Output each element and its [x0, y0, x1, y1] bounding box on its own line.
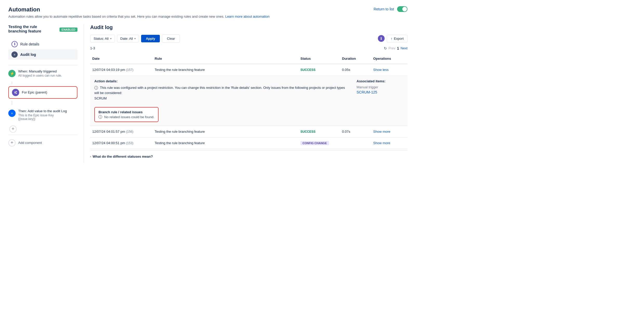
step-when: ⚡ When: Manually triggered All logged in… [8, 67, 77, 79]
audit-log-label: Audit log [20, 52, 36, 57]
filters-row: Status: All ▾ Date: All ▾ Apply Clear ℹ [90, 35, 408, 43]
action-details-title: Action details: [94, 79, 346, 83]
row1-detail: Action details: i This rule was configur… [90, 75, 408, 126]
enabled-badge: ENABLED [60, 28, 77, 32]
branch-box: Branch rule / related issues i No relate… [94, 107, 159, 122]
export-button[interactable]: ↑ Export [387, 35, 408, 42]
page-title: Automation [8, 6, 40, 13]
row2-duration: 0.07s [340, 129, 371, 135]
statuses-section: › What do the different statuses mean? [90, 150, 408, 163]
status-caret-icon: ▾ [110, 37, 111, 40]
statuses-label: What do the different statuses mean? [93, 155, 153, 158]
statuses-toggle[interactable]: › What do the different statuses mean? [90, 155, 408, 158]
table-row-1: 12/07/24 04:03:19 pm (157) Testing the r… [90, 64, 408, 126]
row1-date: 12/07/24 04:03:19 pm (157) [90, 67, 153, 73]
step-for-epic[interactable]: ⑆ For Epic (parent) [8, 86, 77, 99]
row3-date: 12/07/24 04:00:51 pm (153) [90, 140, 153, 146]
date-filter[interactable]: Date: All ▾ [117, 35, 139, 42]
row3-rule: Testing the rule branching feature [153, 140, 298, 146]
audit-log-table: Date Rule Status Duration Operations 12/… [90, 54, 408, 163]
clear-button[interactable]: Clear [162, 35, 180, 43]
refresh-icon[interactable]: ↻ [384, 46, 387, 50]
status-filter-label: Status: All [94, 37, 109, 41]
learn-more-link[interactable]: Learn more about automation [225, 15, 270, 18]
date-filter-label: Date: All [120, 37, 133, 41]
date-caret-icon: ▾ [134, 37, 136, 40]
row1-show-link[interactable]: Show less [373, 68, 389, 72]
page-container: Automation Return to list Automation rul… [0, 0, 416, 169]
info-inline-icon: i [94, 86, 98, 90]
prev-button[interactable]: Prev [389, 46, 396, 50]
th-duration: Duration [340, 56, 371, 62]
rule-details-label: Rule details [20, 42, 39, 46]
pagination-controls: ↻ Prev 1 Next [384, 46, 408, 50]
sidebar-divider [8, 65, 77, 65]
automation-toggle[interactable] [397, 6, 408, 12]
apply-button[interactable]: Apply [141, 35, 160, 42]
when-sub: All logged in users can run rule. [18, 74, 62, 77]
toggle-knob [402, 7, 407, 11]
for-epic-icon: ⑆ [12, 89, 19, 96]
pagination-row: 1-3 ↻ Prev 1 Next [90, 46, 408, 50]
sidebar-item-rule-details[interactable]: ℹ Rule details [8, 39, 77, 49]
sidebar: Testing the rule branching feature ENABL… [8, 24, 84, 163]
assoc-manual: Manual trigger [357, 85, 403, 89]
rule-name: Testing the rule branching feature [8, 24, 57, 33]
row2-date: 12/07/24 04:01:57 pm (156) [90, 129, 153, 135]
workflow-steps: ⚡ When: Manually triggered All logged in… [8, 67, 77, 149]
top-right-actions: Return to list [373, 6, 408, 12]
branch-info-icon: i [98, 115, 102, 119]
row3-status: CONFIG CHANGE [298, 140, 340, 146]
th-date: Date [90, 56, 153, 62]
th-rule: Rule [153, 56, 298, 62]
assoc-title: Associated items: [357, 79, 403, 83]
return-to-list-link[interactable]: Return to list [373, 7, 394, 11]
sidebar-nav: ℹ Rule details ≡ Audit log [8, 39, 77, 60]
page-subtitle: Automation rules allow you to automate r… [8, 14, 408, 19]
row2-run-id: (156) [126, 130, 133, 134]
branch-message: i No related issues could be found. [98, 115, 154, 119]
action-details: Action details: i This rule was configur… [94, 79, 346, 122]
add-component-label: Add component [18, 141, 42, 145]
row2-show-link[interactable]: Show more [373, 130, 390, 134]
for-epic-label: For Epic (parent) [22, 90, 47, 94]
steps-divider [8, 135, 77, 135]
row1-rule: Testing the rule branching feature [153, 67, 298, 73]
row3-show-link[interactable]: Show more [373, 141, 390, 145]
rule-header: Testing the rule branching feature ENABL… [8, 24, 77, 35]
audit-log-icon: ≡ [11, 51, 18, 58]
export-label: Export [394, 37, 404, 41]
when-label: When: Manually triggered [18, 69, 62, 73]
audit-log-content: Audit log Status: All ▾ Date: All ▾ Appl… [84, 24, 408, 163]
row3-run-id: (153) [126, 141, 133, 145]
info-icon[interactable]: ℹ [378, 35, 385, 42]
add-component-button[interactable]: + [8, 139, 16, 146]
row1-duration: 0.05s [340, 67, 371, 73]
row1-operation: Show less [371, 67, 408, 73]
top-bar: Automation Return to list [8, 6, 408, 13]
associated-items: Associated items: Manual trigger SCRUM-1… [357, 79, 403, 122]
main-layout: Testing the rule branching feature ENABL… [8, 24, 408, 163]
add-component[interactable]: + Add component [8, 137, 77, 149]
action-text: i This rule was configured with a projec… [94, 85, 346, 101]
row3-operation: Show more [371, 140, 408, 146]
rule-details-icon: ℹ [11, 41, 18, 47]
top-filters: Status: All ▾ Date: All ▾ Apply Clear [90, 35, 376, 43]
step-then: ≡ Then: Add value to the audit Log This … [8, 107, 77, 123]
next-button[interactable]: Next [400, 46, 408, 50]
row1-status: SUCCESS [298, 67, 340, 73]
row3-duration [340, 140, 371, 142]
sidebar-item-audit-log[interactable]: ≡ Audit log [8, 49, 77, 60]
audit-log-title: Audit log [90, 24, 408, 30]
upload-icon: ↑ [391, 37, 392, 41]
top-actions: ℹ ↑ Export [378, 35, 408, 42]
assoc-scrum-link[interactable]: SCRUM-125 [357, 90, 377, 94]
then-label: Then: Add value to the audit Log [18, 109, 67, 113]
table-header: Date Rule Status Duration Operations [90, 54, 408, 64]
row2-status: SUCCESS [298, 129, 340, 135]
status-filter[interactable]: Status: All ▾ [90, 35, 115, 42]
table-row-2: 12/07/24 04:01:57 pm (156) Testing the r… [90, 126, 408, 137]
then-icon: ≡ [8, 110, 16, 117]
add-step-button[interactable]: + [9, 125, 17, 133]
when-icon: ⚡ [8, 70, 16, 77]
